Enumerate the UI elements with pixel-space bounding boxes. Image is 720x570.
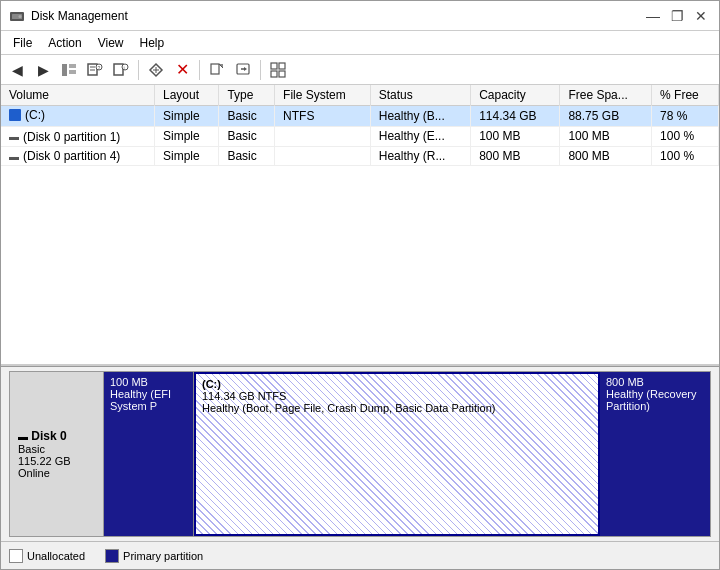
cell-type: Basic bbox=[219, 146, 275, 166]
c-desc: Healthy (Boot, Page File, Crash Dump, Ba… bbox=[202, 402, 592, 414]
col-pctfree[interactable]: % Free bbox=[652, 85, 719, 106]
cell-capacity: 114.34 GB bbox=[471, 106, 560, 127]
menu-bar: File Action View Help bbox=[1, 31, 719, 55]
col-filesystem[interactable]: File System bbox=[275, 85, 371, 106]
cell-filesystem bbox=[275, 127, 371, 147]
svg-text:i: i bbox=[124, 64, 125, 70]
restore-button[interactable]: ❐ bbox=[667, 6, 687, 26]
c-label: (C:) bbox=[202, 378, 592, 390]
cell-freespace: 100 MB bbox=[560, 127, 652, 147]
title-bar: Disk Management — ❐ ✕ bbox=[1, 1, 719, 31]
legend-primary: Primary partition bbox=[105, 549, 203, 563]
back-button[interactable]: ◀ bbox=[5, 58, 29, 82]
properties-button[interactable] bbox=[266, 58, 290, 82]
forward-button[interactable]: ▶ bbox=[31, 58, 55, 82]
app-icon bbox=[9, 8, 25, 24]
svg-rect-24 bbox=[279, 63, 285, 69]
cell-freespace: 800 MB bbox=[560, 146, 652, 166]
window-title: Disk Management bbox=[31, 9, 128, 23]
efi-size: 100 MB bbox=[110, 376, 187, 388]
legend-unallocated-label: Unallocated bbox=[27, 550, 85, 562]
disk-name: ▬ Disk 0 bbox=[18, 429, 95, 443]
disk-row: ▬ Disk 0 Basic 115.22 GB Online 100 MB H… bbox=[1, 367, 719, 541]
title-bar-left: Disk Management bbox=[9, 8, 128, 24]
volume-icon-gray: ▬ bbox=[9, 131, 19, 142]
svg-text:?: ? bbox=[98, 64, 101, 70]
legend-unallocated: Unallocated bbox=[9, 549, 85, 563]
toolbar: ◀ ▶ ? i bbox=[1, 55, 719, 85]
partition-c[interactable]: (C:) 114.34 GB NTFS Healthy (Boot, Page … bbox=[194, 372, 600, 536]
main-content: Volume Layout Type File System Status Ca… bbox=[1, 85, 719, 541]
help2-button[interactable]: i bbox=[109, 58, 133, 82]
col-type[interactable]: Type bbox=[219, 85, 275, 106]
partition-efi[interactable]: 100 MB Healthy (EFI System P bbox=[104, 372, 194, 536]
export-button[interactable] bbox=[231, 58, 255, 82]
separator-2 bbox=[199, 60, 200, 80]
partition-recovery[interactable]: 800 MB Healthy (Recovery Partition) bbox=[600, 372, 710, 536]
recovery-size: 800 MB bbox=[606, 376, 704, 388]
svg-rect-26 bbox=[279, 71, 285, 77]
menu-view[interactable]: View bbox=[90, 34, 132, 52]
disk-status: Online bbox=[18, 467, 95, 479]
volume-table[interactable]: Volume Layout Type File System Status Ca… bbox=[1, 85, 719, 366]
cell-status: Healthy (E... bbox=[370, 127, 470, 147]
cell-volume: (C:) bbox=[1, 106, 155, 127]
col-capacity[interactable]: Capacity bbox=[471, 85, 560, 106]
svg-rect-23 bbox=[271, 63, 277, 69]
col-layout[interactable]: Layout bbox=[155, 85, 219, 106]
tree-button[interactable] bbox=[57, 58, 81, 82]
menu-action[interactable]: Action bbox=[40, 34, 89, 52]
cell-pctfree: 78 % bbox=[652, 106, 719, 127]
cell-layout: Simple bbox=[155, 146, 219, 166]
disk-view: ▬ Disk 0 Basic 115.22 GB Online 100 MB H… bbox=[1, 366, 719, 541]
separator-3 bbox=[260, 60, 261, 80]
cell-pctfree: 100 % bbox=[652, 127, 719, 147]
minimize-button[interactable]: — bbox=[643, 6, 663, 26]
help-icon: ? bbox=[87, 62, 103, 78]
separator-1 bbox=[138, 60, 139, 80]
disk-management-window: Disk Management — ❐ ✕ File Action View H… bbox=[0, 0, 720, 570]
col-volume[interactable]: Volume bbox=[1, 85, 155, 106]
col-freespace[interactable]: Free Spa... bbox=[560, 85, 652, 106]
efi-desc: Healthy (EFI System P bbox=[110, 388, 187, 412]
title-controls: — ❐ ✕ bbox=[643, 6, 711, 26]
properties-icon bbox=[270, 62, 286, 78]
svg-rect-4 bbox=[69, 64, 76, 68]
help-button[interactable]: ? bbox=[83, 58, 107, 82]
svg-rect-11 bbox=[114, 64, 123, 75]
status-bar: Unallocated Primary partition bbox=[1, 541, 719, 569]
table-row[interactable]: ▬ (Disk 0 partition 1) Simple Basic Heal… bbox=[1, 127, 719, 147]
cell-capacity: 100 MB bbox=[471, 127, 560, 147]
cell-filesystem: NTFS bbox=[275, 106, 371, 127]
cell-volume: ▬ (Disk 0 partition 1) bbox=[1, 127, 155, 147]
table-row[interactable]: (C:) Simple Basic NTFS Healthy (B... 114… bbox=[1, 106, 719, 127]
recovery-desc: Healthy (Recovery Partition) bbox=[606, 388, 704, 412]
cell-type: Basic bbox=[219, 127, 275, 147]
close-button[interactable]: ✕ bbox=[691, 6, 711, 26]
svg-marker-22 bbox=[244, 67, 247, 71]
menu-help[interactable]: Help bbox=[132, 34, 173, 52]
cell-type: Basic bbox=[219, 106, 275, 127]
cell-status: Healthy (R... bbox=[370, 146, 470, 166]
table-row[interactable]: ▬ (Disk 0 partition 4) Simple Basic Heal… bbox=[1, 146, 719, 166]
cell-capacity: 800 MB bbox=[471, 146, 560, 166]
col-status[interactable]: Status bbox=[370, 85, 470, 106]
cell-filesystem bbox=[275, 146, 371, 166]
import-icon bbox=[209, 62, 225, 78]
svg-rect-25 bbox=[271, 71, 277, 77]
cell-volume: ▬ (Disk 0 partition 4) bbox=[1, 146, 155, 166]
disk-label: ▬ Disk 0 Basic 115.22 GB Online bbox=[9, 371, 104, 537]
svg-rect-17 bbox=[211, 64, 219, 74]
cell-freespace: 88.75 GB bbox=[560, 106, 652, 127]
import-button[interactable] bbox=[205, 58, 229, 82]
cell-layout: Simple bbox=[155, 127, 219, 147]
menu-file[interactable]: File bbox=[5, 34, 40, 52]
move-button[interactable] bbox=[144, 58, 168, 82]
delete-button[interactable]: ✕ bbox=[170, 58, 194, 82]
svg-rect-5 bbox=[69, 70, 76, 74]
legend-primary-box bbox=[105, 549, 119, 563]
volume-icon-blue bbox=[9, 109, 21, 121]
volume-icon-gray: ▬ bbox=[9, 151, 19, 162]
legend-primary-label: Primary partition bbox=[123, 550, 203, 562]
svg-rect-3 bbox=[62, 64, 67, 76]
